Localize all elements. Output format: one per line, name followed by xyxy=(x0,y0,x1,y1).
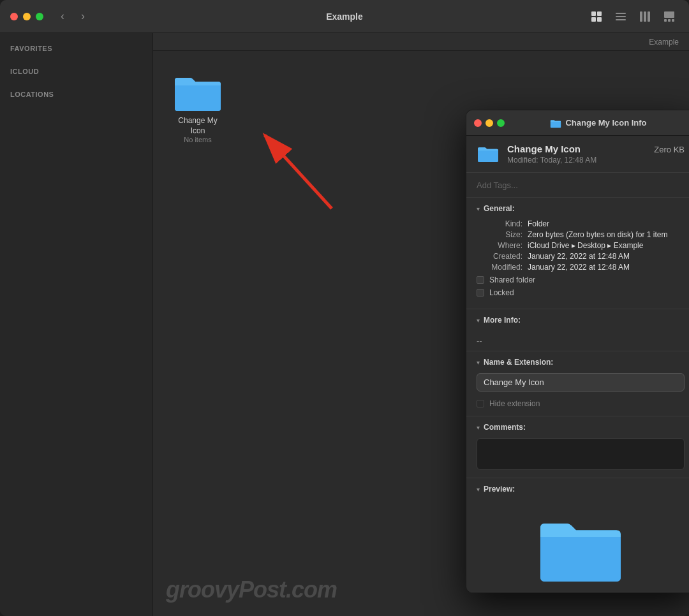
preview-section-header[interactable]: ▾ Preview: xyxy=(466,478,689,500)
info-maximize-button[interactable] xyxy=(497,119,505,127)
general-chevron: ▾ xyxy=(477,205,480,212)
shared-folder-label: Shared folder xyxy=(489,275,535,284)
svg-rect-12 xyxy=(668,19,670,22)
gallery-view-button[interactable] xyxy=(660,9,679,24)
info-section-comments: ▾ Comments: xyxy=(466,416,689,478)
file-area: Example Change My Icon No items xyxy=(153,33,689,616)
more-info-section-title: More Info: xyxy=(484,316,521,325)
info-tags-placeholder: Add Tags... xyxy=(477,180,518,190)
svg-rect-4 xyxy=(616,13,626,14)
list-view-button[interactable] xyxy=(611,9,630,24)
close-button[interactable] xyxy=(10,13,18,20)
svg-rect-2 xyxy=(591,17,596,22)
info-header: Change My Icon Zero KB Modified: Today, … xyxy=(466,136,689,173)
size-value: Zero bytes (Zero bytes on disk) for 1 it… xyxy=(528,230,685,239)
info-title-bar: Change My Icon Info xyxy=(466,110,689,136)
modified-value: January 22, 2022 at 12:48 AM xyxy=(528,263,685,272)
info-section-general-header[interactable]: ▾ General: xyxy=(466,198,689,219)
comments-chevron: ▾ xyxy=(477,424,480,431)
finder-window: ‹ › Example xyxy=(0,0,689,616)
preview-content xyxy=(466,500,689,592)
svg-rect-7 xyxy=(640,11,642,22)
info-section-more-info: ▾ More Info: -- xyxy=(466,309,689,351)
column-view-button[interactable] xyxy=(635,9,655,24)
info-title-folder-icon xyxy=(550,118,561,128)
hide-extension-label: Hide extension xyxy=(489,399,540,408)
locked-checkbox[interactable] xyxy=(477,289,484,297)
file-item-name: Change My Icon xyxy=(171,116,225,136)
where-label: Where: xyxy=(477,241,522,250)
info-file-size: Zero KB xyxy=(654,145,685,154)
main-content: Favorites iCloud Locations Example xyxy=(0,33,689,616)
modified-label: Modified: xyxy=(477,263,522,272)
name-ext-chevron: ▾ xyxy=(477,359,480,366)
svg-rect-1 xyxy=(597,11,602,16)
info-header-folder-icon xyxy=(477,143,500,163)
sidebar-favorites-label: Favorites xyxy=(0,41,152,56)
back-button[interactable]: ‹ xyxy=(54,8,71,26)
svg-rect-13 xyxy=(672,19,674,22)
more-info-value: -- xyxy=(466,331,689,351)
comments-section-header[interactable]: ▾ Comments: xyxy=(466,416,689,438)
shared-folder-row: Shared folder xyxy=(477,275,685,284)
sidebar: Favorites iCloud Locations xyxy=(0,33,153,616)
general-section-content: Kind: Folder Size: Zero bytes (Zero byte… xyxy=(466,219,689,309)
minimize-button[interactable] xyxy=(23,13,31,20)
svg-rect-3 xyxy=(597,17,602,22)
more-info-chevron: ▾ xyxy=(477,317,480,324)
info-tags[interactable]: Add Tags... xyxy=(466,173,689,198)
comments-textarea[interactable] xyxy=(477,438,685,470)
view-controls xyxy=(587,9,679,24)
hide-extension-checkbox[interactable] xyxy=(477,400,484,407)
created-row: Created: January 22, 2022 at 12:48 AM xyxy=(477,252,685,261)
maximize-button[interactable] xyxy=(36,13,43,20)
traffic-lights xyxy=(10,13,43,20)
general-section-title: General: xyxy=(484,204,515,213)
svg-rect-8 xyxy=(644,11,646,22)
size-label: Size: xyxy=(477,230,522,239)
folder-item[interactable]: Change My Icon No items xyxy=(166,64,230,149)
info-modified: Modified: Today, 12:48 AM xyxy=(507,156,685,165)
kind-row: Kind: Folder xyxy=(477,219,685,228)
folder-icon-large xyxy=(172,69,223,112)
svg-rect-5 xyxy=(616,16,626,17)
info-section-name-extension: ▾ Name & Extension: Hide extension xyxy=(466,351,689,416)
info-panel: Change My Icon Info Chan xyxy=(466,110,689,593)
info-section-general: ▾ General: Kind: Folder Size: Zero bytes… xyxy=(466,198,689,309)
locked-row: Locked xyxy=(477,288,685,297)
name-ext-section-title: Name & Extension: xyxy=(484,358,553,367)
svg-rect-0 xyxy=(591,11,596,16)
sidebar-locations-label: Locations xyxy=(0,87,152,102)
info-traffic-lights xyxy=(474,119,505,127)
info-section-preview: ▾ Preview: xyxy=(466,478,689,592)
size-row: Size: Zero bytes (Zero bytes on disk) fo… xyxy=(477,230,685,239)
sidebar-icloud-label: iCloud xyxy=(0,64,152,79)
preview-folder-icon xyxy=(536,508,625,584)
path-bar: Example xyxy=(153,33,689,51)
info-body: Change My Icon Zero KB Modified: Today, … xyxy=(466,136,689,592)
kind-label: Kind: xyxy=(477,219,522,228)
more-info-section-header[interactable]: ▾ More Info: xyxy=(466,309,689,331)
svg-rect-9 xyxy=(648,11,650,22)
shared-folder-checkbox[interactable] xyxy=(477,276,484,284)
created-label: Created: xyxy=(477,252,522,261)
info-minimize-button[interactable] xyxy=(485,119,493,127)
svg-rect-6 xyxy=(616,19,626,20)
name-ext-section-header[interactable]: ▾ Name & Extension: xyxy=(466,351,689,373)
path-text: Example xyxy=(649,38,679,47)
nav-buttons: ‹ › xyxy=(54,8,92,26)
modified-row: Modified: January 22, 2022 at 12:48 AM xyxy=(477,263,685,272)
where-row: Where: iCloud Drive ▸ Desktop ▸ Example xyxy=(477,241,685,250)
svg-rect-11 xyxy=(664,19,667,22)
info-file-name: Change My Icon xyxy=(507,143,581,154)
name-extension-input[interactable] xyxy=(477,373,685,392)
title-bar: ‹ › Example xyxy=(0,0,689,33)
hide-extension-row: Hide extension xyxy=(466,399,689,416)
watermark: groovyPost.com xyxy=(166,576,337,603)
comments-section-title: Comments: xyxy=(484,423,526,432)
created-value: January 22, 2022 at 12:48 AM xyxy=(528,252,685,261)
file-item-subtitle: No items xyxy=(184,136,211,143)
forward-button[interactable]: › xyxy=(74,8,92,26)
icon-view-button[interactable] xyxy=(587,9,606,24)
info-close-button[interactable] xyxy=(474,119,482,127)
